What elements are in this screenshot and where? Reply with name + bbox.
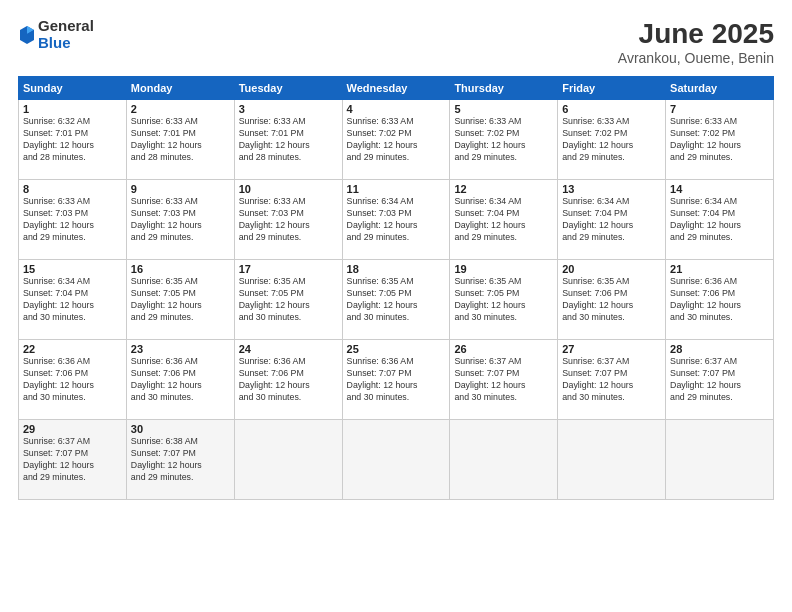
day-info: Sunrise: 6:36 AMSunset: 7:06 PMDaylight:…: [239, 356, 338, 404]
header-wednesday: Wednesday: [342, 77, 450, 100]
logo-text: General Blue: [38, 18, 94, 51]
day-info: Sunrise: 6:35 AMSunset: 7:06 PMDaylight:…: [562, 276, 661, 324]
day-info: Sunrise: 6:35 AMSunset: 7:05 PMDaylight:…: [454, 276, 553, 324]
day-number: 17: [239, 263, 338, 275]
day-number: 3: [239, 103, 338, 115]
calendar-row-1: 1Sunrise: 6:32 AMSunset: 7:01 PMDaylight…: [19, 100, 774, 180]
calendar-cell: 1Sunrise: 6:32 AMSunset: 7:01 PMDaylight…: [19, 100, 127, 180]
calendar-cell: 6Sunrise: 6:33 AMSunset: 7:02 PMDaylight…: [558, 100, 666, 180]
calendar-cell: 3Sunrise: 6:33 AMSunset: 7:01 PMDaylight…: [234, 100, 342, 180]
day-info: Sunrise: 6:33 AMSunset: 7:01 PMDaylight:…: [131, 116, 230, 164]
day-info: Sunrise: 6:36 AMSunset: 7:06 PMDaylight:…: [670, 276, 769, 324]
header-tuesday: Tuesday: [234, 77, 342, 100]
day-info: Sunrise: 6:33 AMSunset: 7:01 PMDaylight:…: [239, 116, 338, 164]
title-area: June 2025 Avrankou, Oueme, Benin: [618, 18, 774, 66]
day-info: Sunrise: 6:37 AMSunset: 7:07 PMDaylight:…: [454, 356, 553, 404]
header-monday: Monday: [126, 77, 234, 100]
day-info: Sunrise: 6:37 AMSunset: 7:07 PMDaylight:…: [670, 356, 769, 404]
day-number: 19: [454, 263, 553, 275]
calendar-row-4: 22Sunrise: 6:36 AMSunset: 7:06 PMDayligh…: [19, 340, 774, 420]
header-saturday: Saturday: [666, 77, 774, 100]
day-number: 22: [23, 343, 122, 355]
day-info: Sunrise: 6:33 AMSunset: 7:03 PMDaylight:…: [239, 196, 338, 244]
day-info: Sunrise: 6:34 AMSunset: 7:03 PMDaylight:…: [347, 196, 446, 244]
day-number: 15: [23, 263, 122, 275]
calendar-cell: 20Sunrise: 6:35 AMSunset: 7:06 PMDayligh…: [558, 260, 666, 340]
day-number: 5: [454, 103, 553, 115]
day-number: 30: [131, 423, 230, 435]
day-info: Sunrise: 6:37 AMSunset: 7:07 PMDaylight:…: [23, 436, 122, 484]
day-number: 14: [670, 183, 769, 195]
day-number: 1: [23, 103, 122, 115]
day-info: Sunrise: 6:34 AMSunset: 7:04 PMDaylight:…: [670, 196, 769, 244]
day-number: 8: [23, 183, 122, 195]
calendar-cell: 19Sunrise: 6:35 AMSunset: 7:05 PMDayligh…: [450, 260, 558, 340]
day-info: Sunrise: 6:37 AMSunset: 7:07 PMDaylight:…: [562, 356, 661, 404]
calendar-cell: [234, 420, 342, 500]
calendar-cell: [558, 420, 666, 500]
calendar-cell: 25Sunrise: 6:36 AMSunset: 7:07 PMDayligh…: [342, 340, 450, 420]
calendar-cell: 4Sunrise: 6:33 AMSunset: 7:02 PMDaylight…: [342, 100, 450, 180]
calendar-cell: [666, 420, 774, 500]
header-sunday: Sunday: [19, 77, 127, 100]
day-info: Sunrise: 6:38 AMSunset: 7:07 PMDaylight:…: [131, 436, 230, 484]
day-number: 10: [239, 183, 338, 195]
calendar-cell: 22Sunrise: 6:36 AMSunset: 7:06 PMDayligh…: [19, 340, 127, 420]
logo-general-text: General: [38, 18, 94, 35]
calendar-cell: 27Sunrise: 6:37 AMSunset: 7:07 PMDayligh…: [558, 340, 666, 420]
day-number: 2: [131, 103, 230, 115]
calendar-cell: 13Sunrise: 6:34 AMSunset: 7:04 PMDayligh…: [558, 180, 666, 260]
day-info: Sunrise: 6:34 AMSunset: 7:04 PMDaylight:…: [562, 196, 661, 244]
calendar-cell: 5Sunrise: 6:33 AMSunset: 7:02 PMDaylight…: [450, 100, 558, 180]
calendar-cell: [342, 420, 450, 500]
calendar-header-row: Sunday Monday Tuesday Wednesday Thursday…: [19, 77, 774, 100]
day-info: Sunrise: 6:33 AMSunset: 7:02 PMDaylight:…: [562, 116, 661, 164]
day-number: 20: [562, 263, 661, 275]
calendar-cell: 9Sunrise: 6:33 AMSunset: 7:03 PMDaylight…: [126, 180, 234, 260]
calendar-row-5: 29Sunrise: 6:37 AMSunset: 7:07 PMDayligh…: [19, 420, 774, 500]
logo-icon: [18, 24, 36, 46]
logo-blue-text: Blue: [38, 35, 94, 52]
calendar-cell: 26Sunrise: 6:37 AMSunset: 7:07 PMDayligh…: [450, 340, 558, 420]
day-info: Sunrise: 6:36 AMSunset: 7:06 PMDaylight:…: [131, 356, 230, 404]
calendar-cell: 28Sunrise: 6:37 AMSunset: 7:07 PMDayligh…: [666, 340, 774, 420]
calendar-cell: 29Sunrise: 6:37 AMSunset: 7:07 PMDayligh…: [19, 420, 127, 500]
day-info: Sunrise: 6:33 AMSunset: 7:03 PMDaylight:…: [131, 196, 230, 244]
day-number: 12: [454, 183, 553, 195]
calendar-title: June 2025: [618, 18, 774, 50]
calendar-row-3: 15Sunrise: 6:34 AMSunset: 7:04 PMDayligh…: [19, 260, 774, 340]
day-info: Sunrise: 6:33 AMSunset: 7:02 PMDaylight:…: [670, 116, 769, 164]
day-number: 25: [347, 343, 446, 355]
day-number: 28: [670, 343, 769, 355]
day-number: 27: [562, 343, 661, 355]
day-number: 7: [670, 103, 769, 115]
day-info: Sunrise: 6:35 AMSunset: 7:05 PMDaylight:…: [347, 276, 446, 324]
calendar-cell: 7Sunrise: 6:33 AMSunset: 7:02 PMDaylight…: [666, 100, 774, 180]
calendar-cell: 24Sunrise: 6:36 AMSunset: 7:06 PMDayligh…: [234, 340, 342, 420]
day-number: 23: [131, 343, 230, 355]
day-info: Sunrise: 6:33 AMSunset: 7:02 PMDaylight:…: [454, 116, 553, 164]
day-number: 11: [347, 183, 446, 195]
day-info: Sunrise: 6:33 AMSunset: 7:02 PMDaylight:…: [347, 116, 446, 164]
day-info: Sunrise: 6:36 AMSunset: 7:07 PMDaylight:…: [347, 356, 446, 404]
day-number: 18: [347, 263, 446, 275]
day-number: 6: [562, 103, 661, 115]
header-thursday: Thursday: [450, 77, 558, 100]
header-friday: Friday: [558, 77, 666, 100]
logo: General Blue: [18, 18, 94, 51]
day-number: 9: [131, 183, 230, 195]
day-info: Sunrise: 6:32 AMSunset: 7:01 PMDaylight:…: [23, 116, 122, 164]
calendar-cell: 14Sunrise: 6:34 AMSunset: 7:04 PMDayligh…: [666, 180, 774, 260]
day-number: 29: [23, 423, 122, 435]
day-info: Sunrise: 6:35 AMSunset: 7:05 PMDaylight:…: [131, 276, 230, 324]
header: General Blue June 2025 Avrankou, Oueme, …: [18, 18, 774, 66]
calendar-cell: 17Sunrise: 6:35 AMSunset: 7:05 PMDayligh…: [234, 260, 342, 340]
calendar-cell: 23Sunrise: 6:36 AMSunset: 7:06 PMDayligh…: [126, 340, 234, 420]
calendar-cell: 10Sunrise: 6:33 AMSunset: 7:03 PMDayligh…: [234, 180, 342, 260]
page: General Blue June 2025 Avrankou, Oueme, …: [0, 0, 792, 612]
day-info: Sunrise: 6:33 AMSunset: 7:03 PMDaylight:…: [23, 196, 122, 244]
day-number: 21: [670, 263, 769, 275]
day-number: 13: [562, 183, 661, 195]
day-info: Sunrise: 6:36 AMSunset: 7:06 PMDaylight:…: [23, 356, 122, 404]
calendar-cell: 16Sunrise: 6:35 AMSunset: 7:05 PMDayligh…: [126, 260, 234, 340]
